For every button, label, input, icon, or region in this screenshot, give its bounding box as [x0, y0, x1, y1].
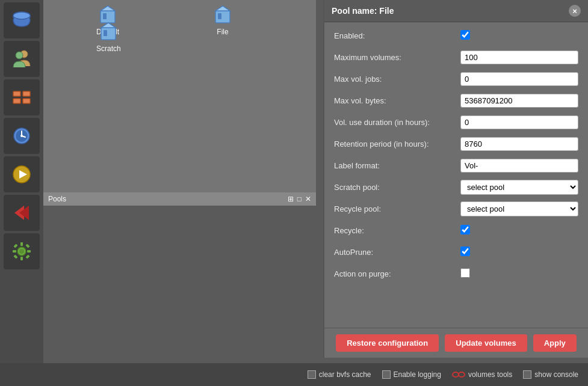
svg-rect-5 [23, 91, 30, 96]
scratch-pool-control: select pool [460, 180, 578, 195]
action-on-purge-control [460, 268, 578, 280]
volumes-tools-item[interactable]: volumes tools [452, 370, 512, 379]
svg-rect-26 [13, 254, 17, 259]
apply-button[interactable]: Apply [533, 334, 577, 352]
max-vol-jobs-control [460, 72, 578, 86]
recycle-checkbox[interactable] [460, 225, 470, 234]
label-format-control [460, 159, 578, 173]
form-row-max-volumes: Maximum volumes: [334, 49, 578, 66]
pool-panel-header: Pool name: File × [324, 0, 588, 22]
enable-logging-item[interactable]: Enable logging [382, 370, 441, 379]
sidebar-item-schedules[interactable] [4, 118, 40, 154]
update-volumes-button[interactable]: Update volumes [445, 334, 527, 352]
svg-rect-23 [27, 250, 31, 253]
max-vol-bytes-control [460, 94, 578, 108]
svg-rect-31 [215, 11, 230, 23]
retention-period-control [460, 137, 578, 151]
schedules-icon [11, 125, 32, 147]
pools-bar-icon-undock[interactable]: ⊞ [288, 195, 294, 203]
svg-rect-33 [218, 13, 221, 19]
max-vol-bytes-label: Max vol. bytes: [334, 96, 460, 105]
svg-point-1 [13, 12, 30, 19]
pool-file-label: File [217, 28, 228, 36]
form-row-action-on-purge: Action on purge: [334, 265, 578, 282]
svg-point-13 [20, 135, 23, 137]
enable-logging-checkbox[interactable] [382, 370, 391, 379]
enabled-label: Enabled: [334, 31, 460, 40]
label-format-label: Label format: [334, 161, 460, 170]
retention-period-label: Retention period (in hours): [334, 139, 460, 149]
pools-bar-controls: ⊞ □ ✕ [288, 195, 311, 203]
enabled-checkbox[interactable] [460, 30, 470, 40]
clear-bvfs-label: clear bvfs cache [319, 370, 371, 379]
form-row-label-format: Label format: [334, 157, 578, 174]
max-vol-jobs-input[interactable] [460, 72, 578, 86]
show-console-checkbox[interactable] [523, 370, 531, 379]
max-volumes-input[interactable] [460, 51, 578, 64]
pools-bar: Pools ⊞ □ ✕ [43, 192, 316, 206]
svg-rect-21 [20, 257, 23, 260]
sidebar-item-clients[interactable] [4, 41, 40, 77]
sidebar-item-jobs[interactable] [4, 156, 40, 192]
pools-bar-icon-close[interactable]: ✕ [305, 195, 311, 203]
pool-panel-title: Pool name: File [332, 6, 394, 16]
clear-bvfs-checkbox[interactable] [308, 370, 316, 379]
form-row-max-vol-bytes: Max vol. bytes: [334, 92, 578, 109]
enable-logging-label: Enable logging [394, 370, 441, 379]
pool-panel: Pool name: File × Enabled: Maximum volum… [323, 0, 588, 358]
pool-item-file[interactable]: File [212, 5, 234, 36]
svg-marker-29 [101, 6, 115, 11]
svg-rect-20 [20, 242, 23, 246]
svg-rect-7 [23, 99, 30, 103]
sidebar-item-filesets[interactable] [4, 79, 40, 115]
pools-bar-icon-maximize[interactable]: □ [297, 195, 302, 203]
svg-rect-4 [13, 91, 20, 96]
svg-point-38 [459, 372, 465, 377]
pool-panel-close-button[interactable]: × [569, 5, 581, 17]
show-console-label: show console [534, 370, 578, 379]
statusbar: clear bvfs cache Enable logging volumes … [0, 363, 588, 386]
autoprune-label: AutoPrune: [334, 248, 460, 257]
sidebar-item-settings[interactable] [4, 233, 40, 269]
form-row-max-vol-jobs: Max vol. jobs: [334, 70, 578, 87]
clear-bvfs-item[interactable]: clear bvfs cache [308, 370, 371, 379]
svg-rect-25 [25, 244, 29, 248]
recycle-pool-select[interactable]: select pool [460, 201, 578, 216]
sidebar-item-storage[interactable] [4, 2, 40, 38]
clients-icon [11, 48, 32, 70]
svg-rect-34 [101, 28, 116, 40]
restore-configuration-button[interactable]: Restore configuration [336, 334, 439, 352]
scratch-pool-label: Scratch pool: [334, 183, 460, 192]
label-format-input[interactable] [460, 159, 578, 173]
restore-icon [11, 202, 32, 224]
recycle-control [460, 225, 578, 236]
retention-period-input[interactable] [460, 137, 578, 151]
recycle-pool-control: select pool [460, 201, 578, 216]
vol-use-duration-label: Vol. use duration (in hours): [334, 118, 460, 127]
scratch-pool-select[interactable]: select pool [460, 180, 578, 195]
form-row-enabled: Enabled: [334, 27, 578, 44]
settings-icon [11, 240, 32, 262]
max-vol-bytes-input[interactable] [460, 94, 578, 108]
action-on-purge-checkbox[interactable] [460, 268, 470, 278]
svg-rect-22 [13, 250, 16, 253]
volumes-tools-label: volumes tools [468, 370, 512, 379]
svg-rect-36 [104, 30, 107, 36]
svg-rect-27 [25, 254, 29, 259]
database-icon [11, 10, 32, 31]
form-row-recycle: Recycle: [334, 222, 578, 239]
recycle-pool-label: Recycle pool: [334, 204, 460, 213]
autoprune-checkbox[interactable] [460, 247, 470, 256]
pool-item-scratch[interactable]: Scratch [96, 22, 121, 53]
sidebar-item-restore[interactable] [4, 195, 40, 231]
form-row-recycle-pool: Recycle pool: select pool [334, 200, 578, 217]
svg-rect-24 [13, 244, 17, 248]
volumes-tools-icon [452, 370, 465, 379]
max-volumes-label: Maximum volumes: [334, 53, 460, 62]
svg-rect-28 [101, 11, 115, 23]
recycle-label: Recycle: [334, 226, 460, 235]
vol-use-duration-input[interactable] [460, 115, 578, 129]
jobs-icon [11, 164, 32, 185]
show-console-item[interactable]: show console [523, 370, 578, 379]
pool-area: Default File Scratch [43, 0, 316, 198]
